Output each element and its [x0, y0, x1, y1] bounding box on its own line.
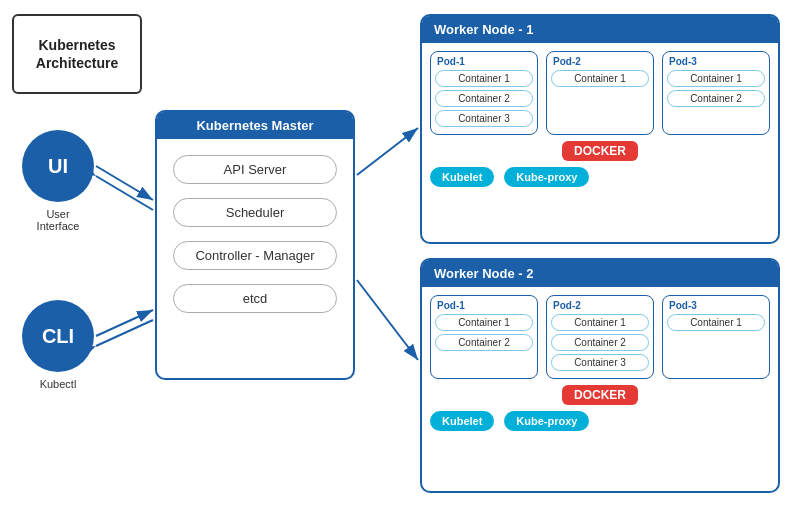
w1p1c1: Container 1 [435, 70, 533, 87]
w2p3c1: Container 1 [667, 314, 765, 331]
ui-sublabel: UserInterface [22, 208, 94, 232]
k8s-arch-box: KubernetesArchitecture [12, 14, 142, 94]
worker1-pod2: Pod-2 Container 1 [546, 51, 654, 135]
worker1-pod1-title: Pod-1 [435, 56, 533, 67]
worker1-docker-row: DOCKER [422, 141, 778, 161]
worker1-pod2-title: Pod-2 [551, 56, 649, 67]
worker2-bottom-row: Kubelet Kube-proxy [422, 405, 778, 435]
worker2-kubelet-badge: Kubelet [430, 411, 494, 431]
master-box: Kubernetes Master API Server Scheduler C… [155, 110, 355, 380]
worker2-pod2: Pod-2 Container 1 Container 2 Container … [546, 295, 654, 379]
w1p1c3: Container 3 [435, 110, 533, 127]
diagram: KubernetesArchitecture UI UserInterface … [0, 0, 800, 506]
master-items: API Server Scheduler Controller - Manage… [157, 143, 353, 325]
w1p3c1: Container 1 [667, 70, 765, 87]
worker2-box: Worker Node - 2 Pod-1 Container 1 Contai… [420, 258, 780, 493]
w1p3c2: Container 2 [667, 90, 765, 107]
w2p2c2: Container 2 [551, 334, 649, 351]
w2p2c3: Container 3 [551, 354, 649, 371]
ui-to-master-arrow [96, 166, 153, 200]
master-to-worker2-arrow [357, 280, 418, 360]
ui-sublabel-text: UserInterface [37, 208, 80, 232]
worker2-pods-row: Pod-1 Container 1 Container 2 Pod-2 Cont… [422, 287, 778, 379]
worker2-docker-row: DOCKER [422, 385, 778, 405]
worker1-pod3-title: Pod-3 [667, 56, 765, 67]
worker1-docker-badge: DOCKER [562, 141, 638, 161]
master-to-ui-arrow [96, 176, 153, 210]
cli-label: CLI [42, 325, 74, 348]
w2p1c2: Container 2 [435, 334, 533, 351]
w2p2c1: Container 1 [551, 314, 649, 331]
master-title: Kubernetes Master [157, 112, 353, 139]
cli-circle: CLI [22, 300, 94, 372]
worker2-pod2-title: Pod-2 [551, 300, 649, 311]
worker2-pod1-title: Pod-1 [435, 300, 533, 311]
cli-to-master-arrow [96, 310, 153, 336]
master-item-etcd: etcd [173, 284, 337, 313]
master-item-controller: Controller - Manager [173, 241, 337, 270]
worker1-kubeproxy-badge: Kube-proxy [504, 167, 589, 187]
master-to-cli-arrow [96, 320, 153, 346]
worker2-title: Worker Node - 2 [422, 260, 778, 287]
worker1-bottom-row: Kubelet Kube-proxy [422, 161, 778, 191]
master-item-scheduler: Scheduler [173, 198, 337, 227]
k8s-arch-title: KubernetesArchitecture [36, 36, 118, 72]
master-item-api: API Server [173, 155, 337, 184]
w1p2c1: Container 1 [551, 70, 649, 87]
worker1-kubelet-badge: Kubelet [430, 167, 494, 187]
worker2-pod3: Pod-3 Container 1 [662, 295, 770, 379]
worker1-title: Worker Node - 1 [422, 16, 778, 43]
worker2-docker-badge: DOCKER [562, 385, 638, 405]
worker1-pod3: Pod-3 Container 1 Container 2 [662, 51, 770, 135]
worker1-box: Worker Node - 1 Pod-1 Container 1 Contai… [420, 14, 780, 244]
worker1-pods-row: Pod-1 Container 1 Container 2 Container … [422, 43, 778, 135]
w2p1c1: Container 1 [435, 314, 533, 331]
master-to-worker1-arrow [357, 128, 418, 175]
worker2-pod3-title: Pod-3 [667, 300, 765, 311]
worker2-kubeproxy-badge: Kube-proxy [504, 411, 589, 431]
ui-circle: UI [22, 130, 94, 202]
worker2-pod1: Pod-1 Container 1 Container 2 [430, 295, 538, 379]
cli-sublabel: Kubectl [22, 378, 94, 390]
cli-sublabel-text: Kubectl [40, 378, 77, 390]
worker1-pod1: Pod-1 Container 1 Container 2 Container … [430, 51, 538, 135]
ui-label: UI [48, 155, 68, 178]
w1p1c2: Container 2 [435, 90, 533, 107]
